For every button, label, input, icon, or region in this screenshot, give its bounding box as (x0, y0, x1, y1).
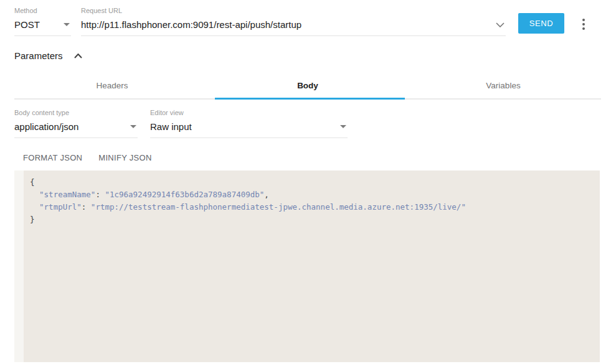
send-button[interactable]: SEND (518, 13, 564, 34)
parameters-tabs: Headers Body Variables (14, 72, 601, 98)
tab-variables[interactable]: Variables (405, 72, 601, 98)
editor-actions: FORMAT JSON MINIFY JSON (16, 148, 159, 167)
parameters-label: Parameters (14, 50, 63, 61)
parameters-section-header: Parameters (14, 50, 83, 61)
chevron-down-icon[interactable] (496, 22, 505, 27)
method-label: Method (14, 7, 71, 15)
method-group: Method POST (14, 7, 71, 36)
editor-view-label: Editor view (150, 109, 348, 117)
code-line: } (30, 213, 594, 226)
request-url-input[interactable]: http://p11.flashphoner.com:9091/rest-api… (81, 15, 506, 36)
chevron-up-icon[interactable] (73, 52, 83, 60)
minify-json-button[interactable]: MINIFY JSON (92, 148, 158, 167)
editor-view-value: Raw input (150, 121, 192, 132)
json-editor-wrapper: { "streamName": "1c96a92492914f63b6d2a78… (14, 170, 600, 362)
body-content-type-value: application/json (14, 121, 78, 132)
kebab-dot (582, 23, 585, 26)
more-options-icon[interactable] (578, 17, 589, 32)
method-value: POST (14, 19, 40, 30)
code-line: "streamName": "1c96a92492914f63b6d2a789a… (30, 189, 594, 201)
request-url-value: http://p11.flashphoner.com:9091/rest-api… (81, 19, 301, 30)
json-editor[interactable]: { "streamName": "1c96a92492914f63b6d2a78… (24, 170, 600, 362)
kebab-dot (582, 27, 585, 30)
rest-client-app: Method POST Request URL http://p11.flash… (0, 0, 616, 364)
tab-body[interactable]: Body (210, 72, 405, 98)
code-line: "rtmpUrl": "rtmp://teststream-flashphone… (30, 201, 594, 213)
code-line: { (30, 176, 594, 189)
caret-down-icon (64, 23, 70, 26)
body-content-type-group: Body content type application/json (14, 109, 138, 138)
caret-down-icon (130, 125, 136, 128)
url-label: Request URL (81, 7, 506, 15)
tab-headers[interactable]: Headers (14, 72, 210, 98)
format-json-button[interactable]: FORMAT JSON (16, 148, 89, 167)
editor-view-select[interactable]: Raw input (150, 117, 348, 138)
editor-view-group: Editor view Raw input (150, 109, 348, 138)
body-content-type-select[interactable]: application/json (14, 117, 138, 138)
kebab-dot (582, 19, 585, 21)
active-tab-indicator (215, 98, 405, 100)
body-content-type-label: Body content type (14, 109, 138, 117)
method-select[interactable]: POST (14, 15, 71, 36)
caret-down-icon (340, 125, 346, 128)
url-group: Request URL http://p11.flashphoner.com:9… (81, 7, 506, 36)
